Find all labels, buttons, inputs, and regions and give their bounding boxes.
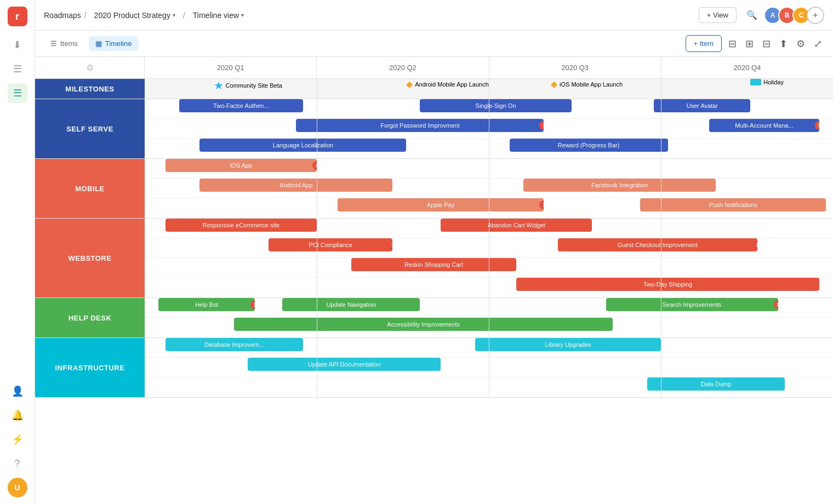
- infrastructure-label: INFRASTRUCTURE: [35, 338, 145, 397]
- holiday-label: Holiday: [763, 79, 784, 85]
- search-improvements-bar[interactable]: Search Improvements 1: [606, 298, 778, 311]
- header-actions: + View 🔍 A B C +: [699, 7, 824, 24]
- diamond-icon-android: ◆: [406, 79, 413, 89]
- timeline-container: ⚙ 2020 Q1 2020 Q2 2020 Q3 2020 Q4 MILEST…: [35, 57, 833, 504]
- add-member-button[interactable]: +: [807, 7, 824, 24]
- two-day-shipping-bar[interactable]: Two-Day Shipping: [516, 278, 819, 291]
- milestone-community-site[interactable]: ★ Community Site Beta: [214, 79, 282, 92]
- breadcrumb-roadmaps[interactable]: Roadmaps: [44, 11, 81, 20]
- mobile-section: MOBILE iOS App 3 Android App: [35, 159, 833, 219]
- export-icon[interactable]: ⬆: [777, 36, 790, 52]
- search-icon[interactable]: 🔍: [743, 7, 761, 24]
- help-desk-section: HELP DESK Help Bot 1 Update Navigation S…: [35, 298, 833, 338]
- self-serve-section: SELF SERVE Two-Factor Authen... Single-S…: [35, 99, 833, 159]
- settings-icon[interactable]: ⚙: [794, 36, 807, 52]
- milestones-rows: ★ Community Site Beta ◆ Android Mobile A…: [145, 79, 833, 99]
- milestone-holiday[interactable]: Holiday: [750, 79, 784, 85]
- reward-progress-bar[interactable]: Reward (Progress Bar): [510, 139, 668, 152]
- sidebar-icon-help[interactable]: ?: [8, 454, 27, 473]
- view-button[interactable]: + View: [699, 7, 737, 23]
- reskin-shopping-cart-bar[interactable]: Reskin Shopping Cart: [351, 258, 516, 271]
- tab-items[interactable]: ☰ Items: [44, 36, 84, 51]
- help-bot-bar[interactable]: Help Bot 1: [158, 298, 255, 311]
- group-icon[interactable]: ⊞: [743, 36, 756, 52]
- breadcrumb-timeline-view[interactable]: Timeline view ▾: [189, 9, 248, 22]
- breadcrumb-product-strategy[interactable]: 2020 Product Strategy ▾: [90, 9, 180, 22]
- milestone-ios[interactable]: ◆ iOS Mobile App Launch: [551, 79, 623, 89]
- data-dump-bar[interactable]: Data Dump: [647, 377, 785, 391]
- sidebar-icon-roadmap[interactable]: ☰: [8, 83, 27, 103]
- single-sign-on-bar[interactable]: Single-Sign On: [420, 99, 571, 112]
- update-navigation-bar[interactable]: Update Navigation: [282, 298, 420, 311]
- guest-checkout-bar[interactable]: Guest Checkout Improvement 1: [558, 238, 757, 251]
- abandon-cart-bar[interactable]: Abandon Cart Widget: [441, 219, 592, 232]
- infrastructure-section: INFRASTRUCTURE Database Improvem... Libr…: [35, 338, 833, 398]
- infrastructure-rows: Database Improvem... Library Upgrades Up…: [145, 338, 833, 397]
- library-upgrades-bar[interactable]: Library Upgrades: [475, 338, 661, 351]
- milestones-section: MILESTONES ★ Community Site Beta ◆: [35, 79, 833, 99]
- responsive-ecommerce-bar[interactable]: Responsive eCommerce site: [166, 219, 317, 232]
- community-site-label: Community Site Beta: [226, 82, 282, 89]
- sidebar-icon-bell[interactable]: 🔔: [8, 405, 27, 425]
- language-localization-bar[interactable]: Language Localization: [199, 139, 406, 152]
- sidebar-icon-list[interactable]: ☰: [8, 59, 27, 79]
- toolbar: ☰ Items ▦ Timeline + Item ⊟ ⊞ ⊟ ⬆ ⚙ ⤢: [35, 31, 833, 57]
- pci-compliance-bar[interactable]: PCI Compliance 1: [269, 238, 392, 251]
- milestone-android[interactable]: ◆ Android Mobile App Launch: [406, 79, 489, 89]
- update-api-docs-bar[interactable]: Update API Documentation: [248, 358, 441, 371]
- badge-forgot-password: 1: [539, 121, 544, 130]
- badge-pci: 1: [388, 240, 392, 249]
- sidebar-icon-bolt[interactable]: ⚡: [8, 429, 27, 449]
- mobile-rows: iOS App 3 Android App Facebook Integrati…: [145, 159, 833, 218]
- app-logo[interactable]: r: [8, 7, 27, 26]
- accessibility-improvements-bar[interactable]: Accessibility Improvements: [234, 318, 613, 331]
- filter-icon[interactable]: ⊟: [726, 36, 739, 52]
- chevron-down-icon: ▾: [173, 12, 175, 18]
- sidebar-icon-download[interactable]: ⬇: [8, 35, 27, 55]
- diamond-icon-ios: ◆: [551, 79, 557, 89]
- android-launch-label: Android Mobile App Launch: [415, 81, 489, 88]
- help-desk-rows: Help Bot 1 Update Navigation Search Impr…: [145, 298, 833, 337]
- ios-app-bar[interactable]: iOS App 3: [166, 159, 317, 172]
- ios-launch-label: iOS Mobile App Launch: [560, 81, 623, 88]
- webstore-label: WEBSTORE: [35, 219, 145, 297]
- badge-guest-checkout: 1: [753, 240, 757, 249]
- milestones-label: MILESTONES: [35, 79, 145, 99]
- sidebar: r ⬇ ☰ ☰ 👤 🔔 ⚡ ? U: [0, 0, 35, 504]
- timeline-settings-icon[interactable]: ⚙: [86, 62, 94, 73]
- sidebar-icon-contact[interactable]: 👤: [8, 381, 27, 401]
- badge-search-improvements: 1: [774, 300, 778, 309]
- android-app-bar[interactable]: Android App: [199, 179, 392, 192]
- help-desk-label: HELP DESK: [35, 298, 145, 337]
- forgot-password-bar[interactable]: Forgot Password Improvment 1: [296, 119, 544, 132]
- badge-help-bot: 1: [250, 300, 255, 309]
- user-avatar-bar[interactable]: User Avatar: [654, 99, 750, 112]
- self-serve-label: SELF SERVE: [35, 99, 145, 158]
- webstore-rows: Responsive eCommerce site Abandon Cart W…: [145, 219, 833, 297]
- push-notifications-bar[interactable]: Push Notifications: [640, 198, 826, 211]
- badge-apple-pay: 1: [539, 201, 544, 209]
- list-icon: ☰: [50, 39, 57, 48]
- quarter-q3: 2020 Q3: [489, 57, 661, 78]
- webstore-section: WEBSTORE Responsive eCommerce site Aband…: [35, 219, 833, 298]
- two-factor-bar[interactable]: Two-Factor Authen...: [179, 99, 303, 112]
- mobile-label: MOBILE: [35, 159, 145, 218]
- chevron-down-icon-2: ▾: [241, 12, 244, 18]
- apple-pay-bar[interactable]: Apple Pay 1: [338, 198, 544, 211]
- quarter-q2: 2020 Q2: [317, 57, 489, 78]
- expand-icon[interactable]: ⤢: [812, 36, 824, 52]
- grid-icon[interactable]: ⊟: [760, 36, 773, 52]
- multi-account-bar[interactable]: Multi-Account Mana... 1: [709, 119, 819, 132]
- timeline-icon: ▦: [95, 39, 102, 48]
- breadcrumb-sep-1: /: [84, 11, 87, 20]
- facebook-integration-bar[interactable]: Facebook Integration: [523, 179, 716, 192]
- user-avatar[interactable]: U: [8, 478, 27, 497]
- breadcrumb-sep-2: /: [183, 11, 185, 20]
- badge-ios-app: 3: [312, 161, 317, 170]
- add-item-button[interactable]: + Item: [686, 35, 722, 52]
- top-header: Roadmaps / 2020 Product Strategy ▾ / Tim…: [35, 0, 833, 31]
- database-improvements-bar[interactable]: Database Improvem...: [166, 338, 303, 351]
- toolbar-right-icons: ⊟ ⊞ ⊟ ⬆ ⚙ ⤢: [726, 36, 824, 52]
- badge-multi-account: 1: [815, 121, 819, 130]
- tab-timeline[interactable]: ▦ Timeline: [89, 36, 139, 51]
